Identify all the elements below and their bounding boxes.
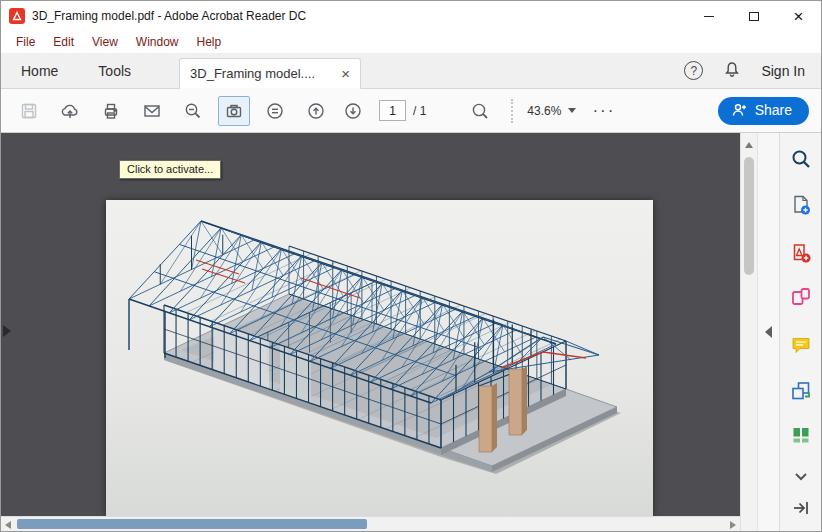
save-to-cloud-button[interactable] <box>54 96 86 126</box>
menu-view[interactable]: View <box>83 33 127 51</box>
search-tool-button[interactable] <box>788 146 814 172</box>
sign-in-button[interactable]: Sign In <box>761 63 805 79</box>
page-number-input[interactable] <box>379 100 406 121</box>
save-button[interactable] <box>13 96 45 126</box>
notifications-bell-icon[interactable] <box>723 60 741 82</box>
export-pdf-tool-button[interactable] <box>788 240 814 266</box>
vertical-scrollbar[interactable] <box>740 133 757 531</box>
document-tab-close-icon[interactable]: × <box>341 65 350 82</box>
snapshot-tool-button[interactable] <box>218 96 250 126</box>
tab-tools[interactable]: Tools <box>78 53 151 88</box>
close-button[interactable]: × <box>776 1 821 31</box>
maximize-icon <box>749 12 759 21</box>
tabbar-right: ? Sign In <box>684 53 821 88</box>
acrobat-window: 3D_Framing model.pdf - Adobe Acrobat Rea… <box>0 0 822 532</box>
share-person-plus-icon <box>731 102 748 119</box>
organize-pages-tool-button[interactable] <box>788 422 814 448</box>
right-pane-collapse-icon <box>765 326 772 338</box>
menu-edit[interactable]: Edit <box>44 33 83 51</box>
pdf-page[interactable] <box>106 200 653 516</box>
previous-page-button[interactable] <box>300 96 332 126</box>
minimize-button[interactable] <box>686 1 731 31</box>
zoom-level-value: 43.6% <box>527 104 561 118</box>
page-display-button[interactable] <box>259 96 291 126</box>
zoom-out-button[interactable] <box>177 96 209 126</box>
main-area: Click to activate... <box>1 133 821 531</box>
more-tools-button[interactable]: ··· <box>592 101 615 121</box>
tab-document[interactable]: 3D_Framing model.... × <box>179 58 361 89</box>
toolbar: / 1 43.6% ··· Share <box>1 89 821 133</box>
help-icon[interactable]: ? <box>684 61 703 80</box>
toolbar-separator <box>511 99 513 123</box>
more-tools-chevron-icon[interactable] <box>788 463 814 489</box>
maximize-button[interactable] <box>731 1 776 31</box>
tooltip: Click to activate... <box>119 160 221 179</box>
tools-rail <box>779 133 821 531</box>
menu-help[interactable]: Help <box>188 33 231 51</box>
find-button[interactable] <box>464 96 496 126</box>
menubar: File Edit View Window Help <box>1 31 821 53</box>
print-button[interactable] <box>95 96 127 126</box>
right-pane-toggle[interactable] <box>757 133 779 531</box>
share-label: Share <box>755 102 792 118</box>
comment-tool-button[interactable] <box>788 332 814 358</box>
open-tools-pane-button[interactable] <box>788 495 814 521</box>
zoom-level-dropdown[interactable]: 43.6% <box>527 104 576 118</box>
tab-home[interactable]: Home <box>1 53 78 88</box>
page-number-box: / 1 <box>379 100 426 121</box>
tabbar: Home Tools 3D_Framing model.... × ? Sign… <box>1 53 821 89</box>
framing-model-image <box>106 200 653 516</box>
menu-file[interactable]: File <box>7 33 44 51</box>
acrobat-logo-icon <box>9 8 25 24</box>
vertical-scroll-thumb[interactable] <box>744 157 754 275</box>
left-pane-expand-icon[interactable] <box>3 325 11 337</box>
horizontal-scrollbar[interactable] <box>1 516 740 531</box>
create-pdf-tool-button[interactable] <box>788 192 814 218</box>
document-area: Click to activate... <box>1 133 740 531</box>
share-button[interactable]: Share <box>718 97 809 125</box>
window-title: 3D_Framing model.pdf - Adobe Acrobat Rea… <box>32 9 306 23</box>
scroll-up-icon[interactable] <box>745 142 753 148</box>
minimize-icon <box>704 16 714 17</box>
page-count-label: / 1 <box>413 104 426 118</box>
combine-files-tool-button[interactable] <box>788 378 814 404</box>
document-tab-label: 3D_Framing model.... <box>190 66 335 81</box>
horizontal-scroll-thumb[interactable] <box>17 519 367 529</box>
next-page-button[interactable] <box>337 96 369 126</box>
scroll-right-icon[interactable] <box>730 521 736 529</box>
edit-pdf-tool-button[interactable] <box>788 284 814 310</box>
chevron-down-icon <box>568 108 576 113</box>
menu-window[interactable]: Window <box>127 33 188 51</box>
close-icon: × <box>794 8 804 25</box>
titlebar: 3D_Framing model.pdf - Adobe Acrobat Rea… <box>1 1 821 31</box>
scroll-left-icon[interactable] <box>5 521 11 529</box>
email-button[interactable] <box>136 96 168 126</box>
